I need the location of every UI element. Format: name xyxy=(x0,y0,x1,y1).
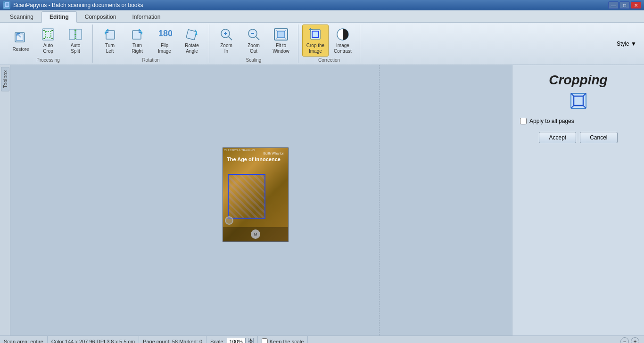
vsep xyxy=(379,65,380,335)
fit-to-window-button[interactable]: Fit toWindow xyxy=(268,24,294,57)
contrast-icon xyxy=(334,27,351,42)
accept-button[interactable]: Accept xyxy=(539,132,576,143)
book-title-area: Edith Wharton The Age of Innocence xyxy=(227,152,284,163)
rotation-label: Rotation xyxy=(142,57,159,63)
auto-split-icon xyxy=(67,27,84,42)
statusbar: Scan area: entire Color 144 x 207 96 DPI… xyxy=(0,335,644,343)
book-container: CLASSICS & TRAINING Edith Wharton The Ag… xyxy=(223,147,289,242)
close-button[interactable]: ✕ xyxy=(631,1,641,9)
page-count-segment: Page count: 58 Marked: 0 xyxy=(139,336,206,343)
scaling-buttons: ZoomIn ZoomOut xyxy=(213,24,294,57)
scan-area-segment: Scan area: entire xyxy=(0,336,48,343)
crop-image-label: Crop theImage xyxy=(306,43,324,54)
tab-information[interactable]: Information xyxy=(124,11,168,22)
scale-label: Scale: xyxy=(210,339,225,343)
tab-composition[interactable]: Composition xyxy=(77,11,124,22)
svg-rect-13 xyxy=(186,30,197,40)
keep-scale-checkbox[interactable] xyxy=(262,338,268,343)
turn-left-label: TurnLeft xyxy=(105,43,115,54)
toolbar-group-processing: Restore AutoCrop xyxy=(4,24,93,63)
auto-split-button[interactable]: AutoSplit xyxy=(62,24,89,57)
auto-split-label: AutoSplit xyxy=(71,43,81,54)
color-info-segment: Color 144 x 207 96 DPI 3.8 x 5.5 cm xyxy=(48,336,139,343)
titlebar-left: ScanPapyrus - Batch scanning documents o… xyxy=(3,1,143,9)
svg-rect-23 xyxy=(277,31,285,38)
maximize-button[interactable]: □ xyxy=(619,1,630,9)
restore-icon xyxy=(12,29,29,46)
correction-label: Correction xyxy=(318,57,340,63)
toolbar-group-rotation: TurnLeft TurnRight 180° xyxy=(93,24,209,63)
flip-image-button[interactable]: 180° FlipImage xyxy=(151,24,178,57)
svg-rect-1 xyxy=(5,2,9,8)
turn-left-icon xyxy=(101,27,118,42)
main-area: Toolbox CLASSICS & TRAINING Edith Wharto… xyxy=(0,65,644,335)
rotation-buttons: TurnLeft TurnRight 180° xyxy=(97,24,205,57)
turn-right-icon xyxy=(129,27,146,42)
auto-crop-button[interactable]: AutoCrop xyxy=(35,24,61,57)
apply-all-checkbox[interactable] xyxy=(520,118,527,124)
svg-rect-10 xyxy=(106,31,115,39)
crop-icon xyxy=(307,27,324,42)
zoom-out-button[interactable]: ZoomOut xyxy=(240,24,267,57)
zoom-in-label: ZoomIn xyxy=(220,43,232,54)
flip-image-icon: 180° xyxy=(156,27,173,42)
turn-left-button[interactable]: TurnLeft xyxy=(97,24,123,57)
zoom-out-icon xyxy=(245,27,262,42)
keep-scale-segment: Keep the scale xyxy=(258,336,308,343)
flip-image-label: FlipImage xyxy=(158,43,171,54)
book-author: Edith Wharton xyxy=(227,152,284,155)
zoom-out-label: ZoomOut xyxy=(248,43,260,54)
toolbar-group-scaling: ZoomIn ZoomOut xyxy=(209,24,298,63)
turn-right-label: TurnRight xyxy=(132,43,142,54)
zoom-controls-segment: − + xyxy=(616,336,644,343)
cancel-button[interactable]: Cancel xyxy=(580,132,617,143)
processing-buttons: Restore AutoCrop xyxy=(8,24,89,57)
toolbox-label[interactable]: Toolbox xyxy=(1,67,9,91)
app-icon xyxy=(3,1,10,9)
fit-window-icon xyxy=(272,27,289,42)
book-image: CLASSICS & TRAINING Edith Wharton The Ag… xyxy=(223,147,289,242)
scale-down-button[interactable]: ▼ xyxy=(248,342,254,343)
tab-scanning[interactable]: Scanning xyxy=(2,11,41,22)
right-panel: Cropping Apply to all pages Accept Cance… xyxy=(512,65,644,335)
auto-crop-icon xyxy=(40,27,57,42)
fit-to-window-label: Fit toWindow xyxy=(272,43,289,54)
zoom-plus-button[interactable]: + xyxy=(631,337,639,343)
page-count-text: Page count: 58 Marked: 0 xyxy=(143,339,202,343)
color-info-text: Color 144 x 207 96 DPI 3.8 x 5.5 cm xyxy=(51,339,135,343)
turn-right-button[interactable]: TurnRight xyxy=(124,24,150,57)
minimize-button[interactable]: — xyxy=(608,1,619,9)
scan-area-text: Scan area: entire xyxy=(4,339,43,343)
processing-label: Processing xyxy=(36,57,59,63)
zoom-in-button[interactable]: ZoomIn xyxy=(213,24,239,57)
auto-crop-label: AutoCrop xyxy=(43,43,53,54)
svg-text:180°: 180° xyxy=(158,29,172,38)
apply-all-row: Apply to all pages xyxy=(520,118,574,124)
accept-cancel-row: Accept Cancel xyxy=(539,132,617,143)
rotate-angle-button[interactable]: RotateAngle xyxy=(179,24,205,57)
scale-segment: Scale: ▲ ▼ xyxy=(206,336,258,343)
scaling-label: Scaling xyxy=(246,57,262,63)
tabs-row: Scanning Editing Composition Information xyxy=(0,10,644,23)
canvas-area[interactable]: CLASSICS & TRAINING Edith Wharton The Ag… xyxy=(10,65,512,335)
svg-rect-25 xyxy=(312,31,319,38)
style-area[interactable]: Style ▼ xyxy=(613,24,640,63)
book-title: The Age of Innocence xyxy=(227,156,284,163)
correction-buttons: Crop theImage ImageContrast xyxy=(302,24,356,57)
toolbox-sidebar: Toolbox xyxy=(0,65,10,335)
titlebar: ScanPapyrus - Batch scanning documents o… xyxy=(0,0,644,10)
crop-image-button[interactable]: Crop theImage xyxy=(302,24,329,57)
zoom-minus-button[interactable]: − xyxy=(620,337,629,343)
zoom-in-icon xyxy=(218,27,235,42)
cropping-title: Cropping xyxy=(549,73,607,88)
scale-input[interactable] xyxy=(227,338,246,343)
rotate-angle-icon xyxy=(183,27,200,42)
image-contrast-button[interactable]: ImageContrast xyxy=(330,24,356,57)
restore-button[interactable]: Restore xyxy=(8,24,34,57)
crop-overlay[interactable] xyxy=(228,174,265,219)
keep-scale-label: Keep the scale xyxy=(270,339,304,343)
style-label[interactable]: Style ▼ xyxy=(617,41,636,47)
image-contrast-label: ImageContrast xyxy=(334,43,352,54)
tab-editing[interactable]: Editing xyxy=(41,11,77,23)
apply-all-label[interactable]: Apply to all pages xyxy=(529,118,574,124)
